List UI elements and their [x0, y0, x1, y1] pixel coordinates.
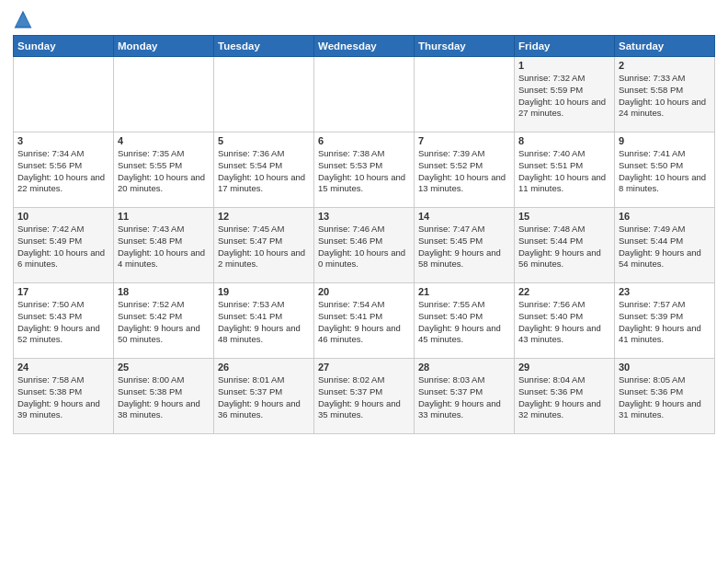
calendar-week-4: 24Sunrise: 7:58 AMSunset: 5:38 PMDayligh…	[14, 359, 715, 434]
weekday-header-friday: Friday	[515, 36, 615, 57]
day-info: Sunrise: 8:00 AMSunset: 5:38 PMDaylight:…	[118, 374, 210, 421]
day-number: 25	[118, 362, 210, 373]
calendar-cell: 9Sunrise: 7:41 AMSunset: 5:50 PMDaylight…	[615, 132, 715, 208]
calendar-body: 1Sunrise: 7:32 AMSunset: 5:59 PMDaylight…	[14, 57, 715, 434]
calendar-cell: 28Sunrise: 8:03 AMSunset: 5:37 PMDayligh…	[415, 359, 515, 434]
day-info: Sunrise: 7:50 AMSunset: 5:43 PMDaylight:…	[17, 299, 109, 346]
day-info: Sunrise: 7:48 AMSunset: 5:44 PMDaylight:…	[518, 224, 610, 270]
day-number: 6	[318, 135, 410, 146]
calendar-cell: 7Sunrise: 7:39 AMSunset: 5:52 PMDaylight…	[415, 132, 515, 208]
calendar-cell: 8Sunrise: 7:40 AMSunset: 5:51 PMDaylight…	[515, 132, 615, 208]
calendar-cell: 14Sunrise: 7:47 AMSunset: 5:45 PMDayligh…	[415, 208, 515, 283]
day-info: Sunrise: 7:38 AMSunset: 5:53 PMDaylight:…	[318, 148, 410, 195]
calendar-cell	[415, 57, 515, 132]
calendar-cell: 13Sunrise: 7:46 AMSunset: 5:46 PMDayligh…	[314, 208, 415, 283]
day-number: 11	[118, 211, 210, 222]
calendar-cell: 29Sunrise: 8:04 AMSunset: 5:36 PMDayligh…	[515, 359, 615, 434]
day-number: 24	[17, 362, 109, 373]
calendar-cell: 24Sunrise: 7:58 AMSunset: 5:38 PMDayligh…	[14, 359, 114, 434]
day-number: 22	[518, 286, 610, 297]
day-number: 21	[418, 286, 510, 297]
day-info: Sunrise: 7:49 AMSunset: 5:44 PMDaylight:…	[619, 224, 711, 270]
calendar-cell: 10Sunrise: 7:42 AMSunset: 5:49 PMDayligh…	[14, 208, 114, 283]
day-info: Sunrise: 7:57 AMSunset: 5:39 PMDaylight:…	[619, 299, 711, 346]
day-info: Sunrise: 7:39 AMSunset: 5:52 PMDaylight:…	[418, 148, 510, 195]
day-info: Sunrise: 8:01 AMSunset: 5:37 PMDaylight:…	[218, 374, 310, 421]
day-number: 10	[17, 211, 109, 222]
day-number: 23	[619, 286, 711, 297]
day-info: Sunrise: 7:32 AMSunset: 5:59 PMDaylight:…	[518, 73, 610, 120]
calendar-cell: 6Sunrise: 7:38 AMSunset: 5:53 PMDaylight…	[314, 132, 415, 208]
calendar-cell: 1Sunrise: 7:32 AMSunset: 5:59 PMDaylight…	[515, 57, 615, 132]
weekday-header-wednesday: Wednesday	[314, 36, 415, 57]
calendar-week-0: 1Sunrise: 7:32 AMSunset: 5:59 PMDaylight…	[14, 57, 715, 132]
calendar-cell: 4Sunrise: 7:35 AMSunset: 5:55 PMDaylight…	[114, 132, 214, 208]
calendar-cell: 20Sunrise: 7:54 AMSunset: 5:41 PMDayligh…	[314, 283, 415, 359]
day-info: Sunrise: 7:40 AMSunset: 5:51 PMDaylight:…	[518, 148, 610, 195]
day-number: 20	[318, 286, 410, 297]
calendar-week-2: 10Sunrise: 7:42 AMSunset: 5:49 PMDayligh…	[14, 208, 715, 283]
day-info: Sunrise: 7:58 AMSunset: 5:38 PMDaylight:…	[17, 374, 109, 421]
weekday-header-tuesday: Tuesday	[214, 36, 314, 57]
calendar-week-1: 3Sunrise: 7:34 AMSunset: 5:56 PMDaylight…	[14, 132, 715, 208]
day-number: 27	[318, 362, 410, 373]
calendar-cell: 11Sunrise: 7:43 AMSunset: 5:48 PMDayligh…	[114, 208, 214, 283]
day-number: 3	[17, 135, 109, 146]
day-info: Sunrise: 8:05 AMSunset: 5:36 PMDaylight:…	[619, 374, 711, 421]
day-number: 9	[619, 135, 711, 146]
calendar-cell: 5Sunrise: 7:36 AMSunset: 5:54 PMDaylight…	[214, 132, 314, 208]
day-info: Sunrise: 7:45 AMSunset: 5:47 PMDaylight:…	[218, 224, 310, 270]
day-info: Sunrise: 7:34 AMSunset: 5:56 PMDaylight:…	[17, 148, 109, 195]
calendar-cell: 27Sunrise: 8:02 AMSunset: 5:37 PMDayligh…	[314, 359, 415, 434]
day-number: 12	[218, 211, 310, 222]
header-area	[13, 9, 715, 29]
day-number: 26	[218, 362, 310, 373]
day-info: Sunrise: 7:47 AMSunset: 5:45 PMDaylight:…	[418, 224, 510, 270]
day-info: Sunrise: 7:36 AMSunset: 5:54 PMDaylight:…	[218, 148, 310, 195]
day-number: 1	[518, 60, 610, 71]
weekday-header-saturday: Saturday	[615, 36, 715, 57]
calendar-cell: 26Sunrise: 8:01 AMSunset: 5:37 PMDayligh…	[214, 359, 314, 434]
calendar-cell: 17Sunrise: 7:50 AMSunset: 5:43 PMDayligh…	[14, 283, 114, 359]
day-number: 14	[418, 211, 510, 222]
calendar-table: SundayMondayTuesdayWednesdayThursdayFrid…	[13, 35, 715, 434]
day-info: Sunrise: 7:41 AMSunset: 5:50 PMDaylight:…	[619, 148, 711, 195]
day-number: 29	[518, 362, 610, 373]
day-number: 15	[518, 211, 610, 222]
day-number: 19	[218, 286, 310, 297]
calendar-cell: 2Sunrise: 7:33 AMSunset: 5:58 PMDaylight…	[615, 57, 715, 132]
day-number: 17	[17, 286, 109, 297]
day-info: Sunrise: 7:35 AMSunset: 5:55 PMDaylight:…	[118, 148, 210, 195]
day-info: Sunrise: 8:04 AMSunset: 5:36 PMDaylight:…	[518, 374, 610, 421]
calendar-header: SundayMondayTuesdayWednesdayThursdayFrid…	[14, 36, 715, 57]
calendar-cell: 3Sunrise: 7:34 AMSunset: 5:56 PMDaylight…	[14, 132, 114, 208]
weekday-header-thursday: Thursday	[415, 36, 515, 57]
logo	[13, 9, 37, 29]
day-info: Sunrise: 8:03 AMSunset: 5:37 PMDaylight:…	[418, 374, 510, 421]
calendar-cell: 25Sunrise: 8:00 AMSunset: 5:38 PMDayligh…	[114, 359, 214, 434]
day-info: Sunrise: 7:55 AMSunset: 5:40 PMDaylight:…	[418, 299, 510, 346]
calendar-cell: 22Sunrise: 7:56 AMSunset: 5:40 PMDayligh…	[515, 283, 615, 359]
logo-icon	[13, 9, 33, 29]
day-info: Sunrise: 8:02 AMSunset: 5:37 PMDaylight:…	[318, 374, 410, 421]
weekday-header-sunday: Sunday	[14, 36, 114, 57]
calendar-cell	[214, 57, 314, 132]
day-number: 7	[418, 135, 510, 146]
day-number: 8	[518, 135, 610, 146]
svg-marker-1	[16, 14, 30, 27]
calendar-cell: 18Sunrise: 7:52 AMSunset: 5:42 PMDayligh…	[114, 283, 214, 359]
calendar-week-3: 17Sunrise: 7:50 AMSunset: 5:43 PMDayligh…	[14, 283, 715, 359]
calendar-cell: 21Sunrise: 7:55 AMSunset: 5:40 PMDayligh…	[415, 283, 515, 359]
day-info: Sunrise: 7:43 AMSunset: 5:48 PMDaylight:…	[118, 224, 210, 270]
calendar-cell: 15Sunrise: 7:48 AMSunset: 5:44 PMDayligh…	[515, 208, 615, 283]
day-info: Sunrise: 7:54 AMSunset: 5:41 PMDaylight:…	[318, 299, 410, 346]
calendar-cell: 19Sunrise: 7:53 AMSunset: 5:41 PMDayligh…	[214, 283, 314, 359]
day-info: Sunrise: 7:53 AMSunset: 5:41 PMDaylight:…	[218, 299, 310, 346]
main-container: SundayMondayTuesdayWednesdayThursdayFrid…	[0, 0, 728, 440]
day-number: 18	[118, 286, 210, 297]
calendar-cell	[314, 57, 415, 132]
day-info: Sunrise: 7:42 AMSunset: 5:49 PMDaylight:…	[17, 224, 109, 270]
day-number: 28	[418, 362, 510, 373]
day-info: Sunrise: 7:33 AMSunset: 5:58 PMDaylight:…	[619, 73, 711, 120]
day-info: Sunrise: 7:52 AMSunset: 5:42 PMDaylight:…	[118, 299, 210, 346]
